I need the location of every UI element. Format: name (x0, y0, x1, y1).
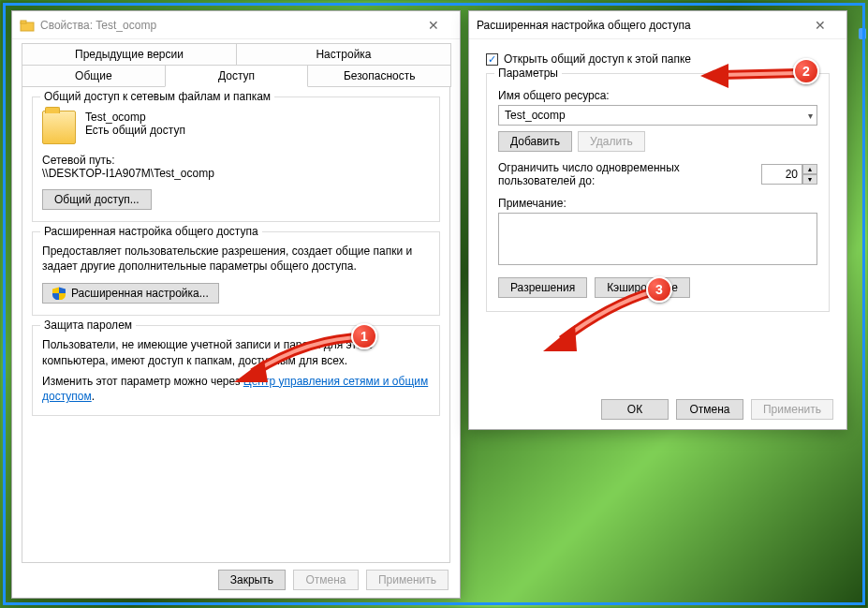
scrollbar-thumb[interactable] (859, 28, 866, 39)
group-network-sharing: Общий доступ к сетевым файлам и папкам T… (32, 96, 440, 222)
badge-3: 3 (646, 276, 672, 303)
cancel-button[interactable]: Отмена (676, 399, 743, 420)
window-title: Свойства: Test_ocomp (40, 19, 415, 32)
group-title: Защита паролем (40, 319, 136, 332)
tab-previous-versions[interactable]: Предыдущие версии (22, 43, 237, 66)
ok-button[interactable]: ОК (601, 399, 669, 420)
notes-label: Примечание: (498, 197, 817, 210)
folder-name: Test_ocomp (85, 111, 185, 124)
permissions-button[interactable]: Разрешения (498, 277, 587, 298)
titlebar[interactable]: Расширенная настройка общего доступа ✕ (469, 11, 846, 39)
network-path-label: Сетевой путь: (42, 154, 430, 167)
folder-icon (20, 18, 35, 33)
cancel-button: Отмена (293, 570, 359, 590)
apply-button: Применить (366, 570, 449, 590)
caching-button[interactable]: Кэширование (595, 277, 690, 298)
tab-panel-sharing: Общий доступ к сетевым файлам и папкам T… (22, 87, 450, 563)
share-button[interactable]: Общий доступ... (42, 189, 152, 210)
group-advanced-sharing: Расширенная настройка общего доступа Пре… (32, 231, 440, 316)
group-password-protection: Защита паролем Пользователи, не имеющие … (32, 325, 440, 416)
share-folder-checkbox[interactable]: ✓ (486, 53, 498, 66)
share-name-label: Имя общего ресурса: (498, 89, 817, 102)
badge-1: 1 (351, 323, 377, 349)
apply-button: Применить (751, 399, 833, 420)
svg-rect-1 (21, 21, 26, 23)
titlebar[interactable]: Свойства: Test_ocomp ✕ (12, 11, 460, 39)
advanced-sharing-label: Расширенная настройка... (71, 287, 209, 300)
group-title: Параметры (494, 67, 562, 80)
remove-button: Удалить (578, 131, 645, 152)
properties-window: Свойства: Test_ocomp ✕ Предыдущие версии… (11, 10, 461, 599)
network-path-value: \\DESKTOP-I1A907M\Test_ocomp (42, 167, 430, 180)
notes-textarea[interactable] (498, 213, 817, 265)
group-title: Расширенная настройка общего доступа (40, 225, 262, 238)
advanced-sharing-window: Расширенная настройка общего доступа ✕ ✓… (468, 10, 847, 430)
share-name-combo[interactable]: Test_ocomp ▾ (498, 105, 817, 126)
tab-customize[interactable]: Настройка (236, 43, 451, 66)
spin-up[interactable]: ▲ (802, 164, 817, 174)
shield-icon (52, 287, 66, 300)
folder-icon (42, 111, 76, 144)
share-name-value: Test_ocomp (505, 109, 566, 122)
user-limit-spinner[interactable]: ▲ ▼ (761, 164, 817, 185)
add-button[interactable]: Добавить (498, 131, 572, 152)
close-button[interactable]: Закрыть (218, 570, 286, 590)
tab-security[interactable]: Безопасность (307, 66, 451, 87)
tab-sharing[interactable]: Доступ (165, 66, 309, 87)
chevron-down-icon: ▾ (808, 111, 813, 121)
change-param-prefix: Изменить этот параметр можно через (42, 375, 243, 388)
advanced-desc: Предоставляет пользовательские разрешени… (42, 244, 430, 274)
user-limit-input[interactable] (761, 164, 802, 185)
badge-2: 2 (793, 58, 819, 84)
share-folder-label: Открыть общий доступ к этой папке (504, 52, 691, 66)
window-title: Расширенная настройка общего доступа (477, 19, 802, 32)
advanced-sharing-button[interactable]: Расширенная настройка... (42, 283, 219, 304)
tab-general[interactable]: Общие (22, 66, 166, 87)
spin-down[interactable]: ▼ (802, 174, 817, 185)
limit-label: Ограничить число одновременных пользоват… (498, 161, 732, 187)
close-button[interactable]: ✕ (802, 12, 839, 38)
close-button[interactable]: ✕ (415, 12, 452, 38)
share-status: Есть общий доступ (85, 124, 185, 137)
group-title: Общий доступ к сетевым файлам и папкам (40, 90, 274, 103)
